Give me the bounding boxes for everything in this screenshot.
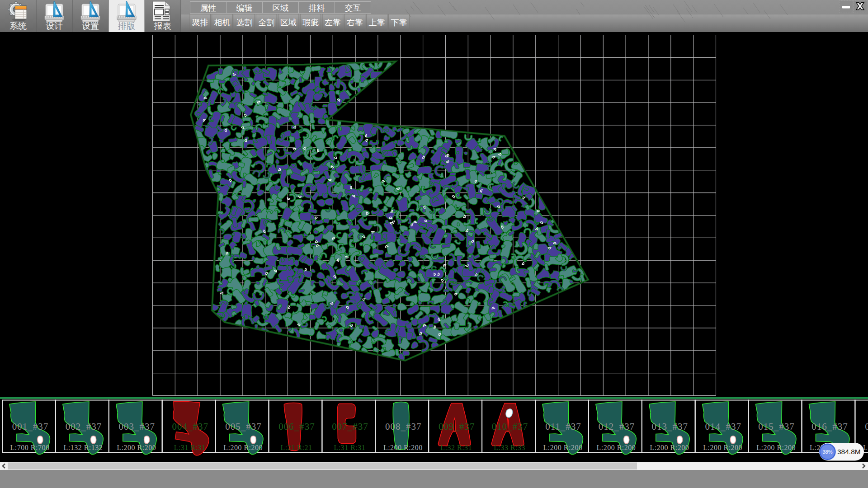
svg-text:L:200 R:200: L:200 R:200 [223, 444, 263, 451]
svg-text:003_#37: 003_#37 [119, 421, 156, 432]
svg-text:右靠: 右靠 [347, 18, 363, 27]
svg-text:L:31 R:31: L:31 R:31 [334, 444, 365, 451]
svg-text:L:700 R:700: L:700 R:700 [10, 444, 50, 451]
svg-text:聚排: 聚排 [192, 18, 208, 27]
svg-text:设置: 设置 [82, 21, 99, 31]
svg-text:384.8M: 384.8M [837, 448, 861, 455]
svg-text:016_#37: 016_#37 [811, 421, 848, 432]
svg-text:L:31 R:31: L:31 R:31 [174, 444, 206, 451]
svg-text:007_#37: 007_#37 [332, 421, 368, 432]
svg-text:38%: 38% [822, 449, 832, 455]
svg-text:属性: 属性 [200, 4, 217, 13]
svg-text:排版: 排版 [118, 21, 135, 31]
svg-text:下靠: 下靠 [391, 18, 407, 27]
svg-text:L:200 R:200: L:200 R:200 [543, 444, 583, 451]
svg-text:上靠: 上靠 [369, 18, 385, 27]
svg-text:系统: 系统 [9, 21, 27, 31]
svg-text:004_#37: 004_#37 [172, 421, 208, 432]
svg-text:008_#37: 008_#37 [385, 421, 422, 432]
svg-text:区域: 区域 [273, 4, 289, 13]
svg-text:L:21 R:21: L:21 R:21 [281, 444, 312, 451]
svg-text:选割: 选割 [236, 18, 252, 27]
svg-text:L:200 R:200: L:200 R:200 [383, 444, 423, 451]
svg-text:编辑: 编辑 [236, 4, 253, 13]
svg-text:全割: 全割 [258, 18, 274, 27]
svg-text:014_#37: 014_#37 [705, 421, 741, 432]
svg-text:009_#37: 009_#37 [439, 421, 475, 432]
svg-text:报表: 报表 [154, 21, 171, 31]
svg-text:排料: 排料 [309, 4, 325, 13]
svg-text:瑕疵: 瑕疵 [302, 18, 319, 27]
svg-text:015_#37: 015_#37 [758, 421, 795, 432]
svg-text:L:200 R:200: L:200 R:200 [596, 444, 636, 451]
svg-text:区域: 区域 [280, 18, 297, 27]
svg-text:011_#37: 011_#37 [545, 421, 581, 432]
svg-text:L:33 R:33: L:33 R:33 [494, 444, 525, 451]
svg-text:006_#37: 006_#37 [278, 421, 315, 432]
svg-text:005_#37: 005_#37 [225, 421, 261, 432]
svg-text:L:132 R:132: L:132 R:132 [63, 444, 103, 451]
svg-text:001_#37: 001_#37 [12, 421, 49, 432]
svg-text:L:200 R:200: L:200 R:200 [650, 444, 689, 451]
svg-text:L:200 R:200: L:200 R:200 [756, 444, 796, 451]
svg-text:设计: 设计 [46, 21, 63, 31]
svg-text:L:200 R:200: L:200 R:200 [117, 444, 156, 451]
svg-text:012_#37: 012_#37 [599, 421, 635, 432]
svg-text:010_#37: 010_#37 [492, 421, 528, 432]
svg-text:L:32 R:31: L:32 R:31 [440, 444, 472, 451]
svg-text:002_#37: 002_#37 [66, 421, 102, 432]
svg-text:左靠: 左靠 [325, 18, 341, 27]
svg-text:017_#37: 017_#37 [865, 421, 868, 432]
svg-text:L:200 R:200: L:200 R:200 [703, 444, 742, 451]
svg-text:013_#37: 013_#37 [652, 421, 689, 432]
svg-text:相机: 相机 [214, 18, 231, 27]
svg-text:交互: 交互 [345, 4, 361, 13]
